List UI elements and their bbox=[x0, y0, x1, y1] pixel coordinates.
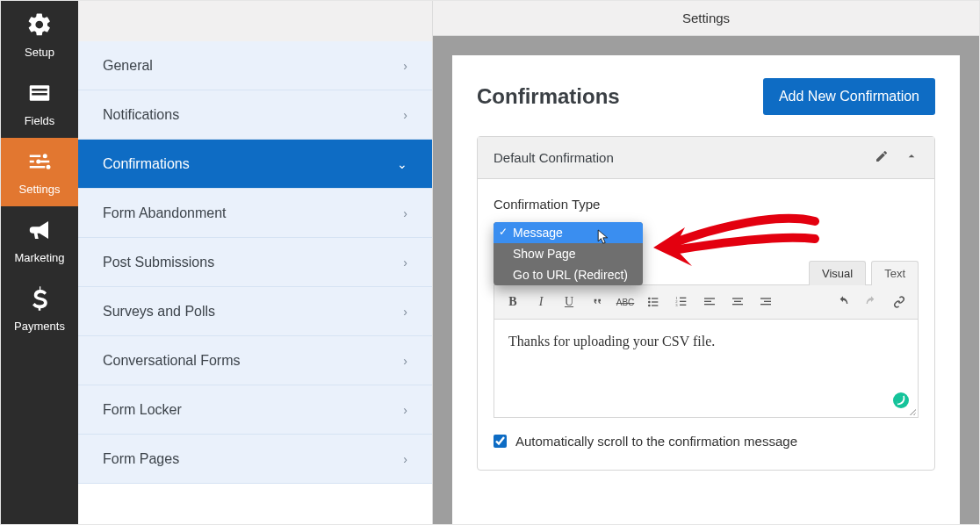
panel-heading: Confirmations bbox=[477, 84, 620, 109]
submenu-label: Conversational Forms bbox=[103, 353, 241, 369]
settings-submenu: General › Notifications › Confirmations … bbox=[78, 1, 433, 524]
svg-rect-4 bbox=[652, 298, 658, 298]
svg-rect-8 bbox=[652, 305, 658, 306]
svg-text:3: 3 bbox=[675, 303, 678, 307]
gear-icon bbox=[26, 11, 53, 46]
main-area: Settings Confirmations Add New Confirmat… bbox=[433, 1, 979, 524]
rail-label: Settings bbox=[19, 183, 61, 196]
mouse-cursor-icon bbox=[595, 228, 609, 249]
submenu-label: Form Pages bbox=[103, 451, 179, 467]
dropdown-option-message[interactable]: Message bbox=[494, 222, 643, 243]
svg-rect-20 bbox=[732, 304, 743, 305]
submenu-label: Form Locker bbox=[103, 402, 182, 418]
chevron-up-icon[interactable] bbox=[904, 149, 919, 166]
submenu-label: Surveys and Polls bbox=[103, 304, 215, 320]
svg-rect-18 bbox=[732, 298, 743, 298]
rail-item-setup[interactable]: Setup bbox=[1, 1, 78, 69]
svg-rect-1 bbox=[32, 89, 47, 91]
dropdown-option-redirect[interactable]: Go to URL (Redirect) bbox=[494, 264, 643, 285]
numbered-list-button[interactable]: 123 bbox=[670, 291, 693, 313]
submenu-label: Notifications bbox=[103, 107, 179, 123]
submenu-item-form-pages[interactable]: Form Pages › bbox=[78, 435, 432, 484]
align-right-button[interactable] bbox=[754, 291, 777, 313]
rail-item-settings[interactable]: Settings bbox=[1, 138, 78, 206]
submenu-spacer bbox=[78, 1, 432, 41]
chevron-right-icon: › bbox=[403, 206, 407, 220]
svg-rect-21 bbox=[760, 298, 771, 298]
resize-grip[interactable] bbox=[907, 406, 916, 415]
annotation-arrow bbox=[648, 208, 824, 282]
app-rail: Setup Fields Settings Marketing Payments bbox=[1, 1, 78, 524]
scroll-gap bbox=[433, 36, 979, 41]
page-title: Settings bbox=[433, 1, 979, 36]
rail-label: Marketing bbox=[14, 251, 64, 264]
auto-scroll-row[interactable]: Automatically scroll to the confirmation… bbox=[494, 434, 919, 449]
dollar-icon bbox=[26, 285, 53, 320]
rail-label: Setup bbox=[25, 46, 54, 59]
svg-rect-23 bbox=[760, 304, 771, 305]
svg-rect-14 bbox=[680, 305, 686, 306]
card-title: Default Confirmation bbox=[494, 150, 614, 165]
rail-label: Fields bbox=[25, 114, 55, 127]
submenu-item-form-locker[interactable]: Form Locker › bbox=[78, 385, 432, 435]
blockquote-button[interactable] bbox=[586, 291, 609, 313]
strikethrough-button[interactable]: ABC bbox=[614, 291, 637, 313]
confirmation-card: Default Confirmation Confirmation Type bbox=[477, 136, 935, 471]
rail-item-marketing[interactable]: Marketing bbox=[1, 206, 78, 275]
card-header[interactable]: Default Confirmation bbox=[478, 137, 934, 179]
bullhorn-icon bbox=[26, 217, 53, 251]
submenu-item-surveys-polls[interactable]: Surveys and Polls › bbox=[78, 287, 432, 336]
align-center-button[interactable] bbox=[726, 291, 749, 313]
svg-rect-16 bbox=[704, 301, 711, 302]
submenu-item-confirmations[interactable]: Confirmations ⌄ bbox=[78, 140, 432, 189]
svg-point-5 bbox=[648, 301, 651, 304]
submenu-label: Post Submissions bbox=[103, 255, 214, 270]
bullet-list-button[interactable] bbox=[642, 291, 665, 313]
chevron-right-icon: › bbox=[403, 255, 407, 270]
auto-scroll-checkbox[interactable] bbox=[494, 435, 507, 448]
editor-content[interactable]: Thanks for uploading your CSV file. bbox=[494, 320, 919, 418]
fields-icon bbox=[26, 80, 53, 114]
svg-point-3 bbox=[648, 298, 651, 300]
align-left-button[interactable] bbox=[698, 291, 721, 313]
editor-toolbar: B I U ABC 123 bbox=[494, 284, 919, 320]
submenu-item-general[interactable]: General › bbox=[78, 41, 432, 90]
chevron-right-icon: › bbox=[403, 452, 407, 466]
submenu-item-notifications[interactable]: Notifications › bbox=[78, 90, 432, 140]
rail-item-payments[interactable]: Payments bbox=[1, 275, 78, 343]
add-new-confirmation-button[interactable]: Add New Confirmation bbox=[763, 78, 935, 115]
chevron-right-icon: › bbox=[403, 403, 407, 417]
svg-rect-6 bbox=[652, 301, 658, 302]
svg-rect-15 bbox=[704, 298, 715, 298]
chevron-right-icon: › bbox=[403, 354, 407, 368]
editor-text: Thanks for uploading your CSV file. bbox=[508, 334, 715, 349]
submenu-item-post-submissions[interactable]: Post Submissions › bbox=[78, 238, 432, 287]
tab-text[interactable]: Text bbox=[871, 261, 919, 285]
chevron-down-icon: ⌄ bbox=[397, 157, 407, 171]
svg-rect-10 bbox=[680, 298, 686, 298]
svg-point-7 bbox=[648, 305, 651, 307]
submenu-label: Form Abandonment bbox=[103, 205, 227, 221]
link-button[interactable] bbox=[888, 291, 911, 313]
bold-button[interactable]: B bbox=[501, 291, 524, 313]
edit-icon[interactable] bbox=[875, 149, 889, 166]
submenu-item-conversational-forms[interactable]: Conversational Forms › bbox=[78, 336, 432, 385]
undo-button[interactable] bbox=[832, 291, 854, 313]
italic-button[interactable]: I bbox=[530, 291, 552, 313]
submenu-label: General bbox=[103, 58, 153, 74]
rail-item-fields[interactable]: Fields bbox=[1, 69, 78, 138]
dropdown-option-show-page[interactable]: Show Page bbox=[494, 243, 643, 264]
svg-rect-12 bbox=[680, 301, 686, 302]
auto-scroll-label: Automatically scroll to the confirmation… bbox=[515, 434, 797, 449]
chevron-right-icon: › bbox=[403, 305, 407, 319]
redo-button[interactable] bbox=[860, 291, 883, 313]
svg-rect-2 bbox=[32, 93, 47, 96]
underline-button[interactable]: U bbox=[558, 291, 580, 313]
chevron-right-icon: › bbox=[403, 59, 407, 73]
submenu-item-form-abandonment[interactable]: Form Abandonment › bbox=[78, 189, 432, 238]
svg-rect-17 bbox=[704, 304, 715, 305]
panel: Confirmations Add New Confirmation Defau… bbox=[452, 55, 960, 524]
submenu-label: Confirmations bbox=[103, 156, 190, 172]
svg-rect-22 bbox=[764, 301, 771, 302]
sliders-icon bbox=[26, 148, 53, 183]
